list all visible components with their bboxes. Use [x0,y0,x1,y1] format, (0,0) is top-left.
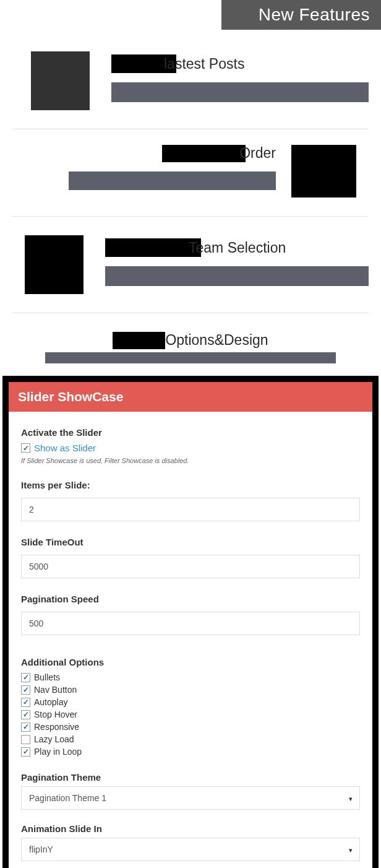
option-checkbox[interactable] [21,698,30,707]
option-label: Responsive [34,722,79,732]
new-features-banner: New Features [221,0,381,30]
animation-in-select[interactable]: flipInY [21,838,360,861]
feature-title: Order [239,145,276,162]
feature-order: Order [12,129,369,217]
option-row: Bullets [21,672,360,682]
option-label: Lazy Load [34,734,74,744]
feature-description-placeholder [45,352,336,363]
feature-title: Team Selection [189,240,286,256]
feature-image-placeholder [25,235,83,294]
feature-title: lastest Posts [164,56,244,72]
animation-in-group: Animation Slide In flipInY [21,823,360,861]
helper-text: If Slider Showcase is used, Filter Showc… [21,457,360,464]
title-redaction [105,238,201,257]
pagination-theme-label: Pagination Theme [21,772,360,783]
option-checkbox[interactable] [21,710,30,719]
additional-options-label: Additional Options [21,657,360,667]
feature-title: Options&Design [165,332,268,349]
items-per-slide-label: Items per Slide: [21,480,360,490]
option-checkbox[interactable] [21,723,30,732]
pagination-theme-select[interactable]: Pagination Theme 1 [21,786,360,810]
option-row: Play in Loop [21,747,360,757]
feature-lastest-posts: lastest Posts [12,42,369,129]
option-row: Nav Button [21,685,360,695]
option-checkbox[interactable] [21,673,30,682]
option-checkbox[interactable] [21,747,30,757]
activate-slider-group: Activate the Slider Show as Slider If Sl… [21,427,360,464]
pagination-theme-group: Pagination Theme Pagination Theme 1 [21,772,360,810]
feature-image-placeholder [31,51,90,110]
title-redaction [113,332,165,349]
items-per-slide-input[interactable] [21,498,360,521]
show-as-slider-checkbox[interactable] [21,443,30,453]
checkbox-label: Show as Slider [34,443,96,453]
slide-timeout-group: Slide TimeOut [21,537,360,578]
option-label: Bullets [34,672,60,682]
slide-timeout-label: Slide TimeOut [21,537,360,547]
title-redaction [162,145,246,162]
option-label: Autoplay [34,697,67,707]
activate-label: Activate the Slider [21,427,360,438]
feature-description-placeholder [105,266,369,286]
option-checkbox[interactable] [21,735,30,744]
additional-options-group: Additional Options BulletsNav ButtonAuto… [21,657,360,757]
pagination-speed-input[interactable] [21,612,360,635]
feature-options-design: Options&Design [12,313,369,363]
feature-image-placeholder [291,145,356,197]
option-label: Nav Button [34,685,77,695]
option-row: Stop Hover [21,710,360,719]
option-checkbox[interactable] [21,685,30,695]
animation-in-label: Animation Slide In [21,823,360,834]
feature-team-selection: Team Selection [12,217,369,313]
feature-description-placeholder [111,82,369,102]
pagination-speed-label: Pagination Speed [21,594,360,604]
option-row: Responsive [21,722,360,732]
option-label: Play in Loop [34,747,82,757]
features-list: lastest Posts Order Team Selection [0,30,381,370]
feature-description-placeholder [69,171,276,190]
slider-showcase-panel: Slider ShowCase Activate the Slider Show… [2,376,379,868]
items-per-slide-group: Items per Slide: [21,480,360,521]
option-label: Stop Hover [34,710,77,719]
pagination-speed-group: Pagination Speed [21,594,360,635]
panel-title: Slider ShowCase [9,382,372,412]
option-row: Lazy Load [21,734,360,744]
option-row: Autoplay [21,697,360,707]
slide-timeout-input[interactable] [21,555,360,578]
